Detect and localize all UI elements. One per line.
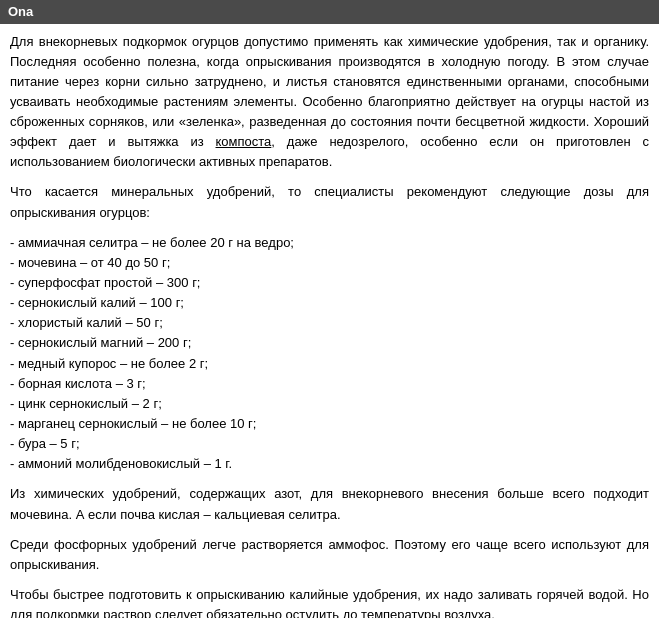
fertilizer-list: - аммиачная селитра – не более 20 г на в… (10, 233, 649, 475)
paragraph-4-text: Среди фосфорных удобрений легче растворя… (10, 537, 649, 572)
app-header: Ona (0, 0, 659, 24)
paragraph-4: Среди фосфорных удобрений легче растворя… (10, 535, 649, 575)
paragraph-3: Из химических удобрений, содержащих азот… (10, 484, 649, 524)
paragraph-5: Чтобы быстрее подготовить к опрыскиванию… (10, 585, 649, 618)
list-item: - мочевина – от 40 до 50 г; (10, 253, 649, 273)
compost-link[interactable]: компоста (216, 134, 272, 149)
list-item: - борная кислота – 3 г; (10, 374, 649, 394)
list-item: - сернокислый калий – 100 г; (10, 293, 649, 313)
paragraph-1-text-before-link: Для внекорневых подкормок огурцов допуст… (10, 34, 649, 150)
list-item: - хлористый калий – 50 г; (10, 313, 649, 333)
paragraph-2: Что касается минеральных удобрений, то с… (10, 182, 649, 222)
list-item: - аммоний молибденовокислый – 1 г. (10, 454, 649, 474)
paragraph-2-text: Что касается минеральных удобрений, то с… (10, 184, 649, 219)
list-item: - марганец сернокислый – не более 10 г; (10, 414, 649, 434)
list-item: - медный купорос – не более 2 г; (10, 354, 649, 374)
list-item: - аммиачная селитра – не более 20 г на в… (10, 233, 649, 253)
paragraph-1: Для внекорневых подкормок огурцов допуст… (10, 32, 649, 173)
paragraph-5-text: Чтобы быстрее подготовить к опрыскиванию… (10, 587, 649, 618)
paragraph-3-text: Из химических удобрений, содержащих азот… (10, 486, 649, 521)
app-title: Ona (8, 4, 33, 19)
list-item: - бура – 5 г; (10, 434, 649, 454)
list-item: - цинк сернокислый – 2 г; (10, 394, 649, 414)
list-item: - сернокислый магний – 200 г; (10, 333, 649, 353)
content-area: Для внекорневых подкормок огурцов допуст… (0, 24, 659, 619)
list-item: - суперфосфат простой – 300 г; (10, 273, 649, 293)
